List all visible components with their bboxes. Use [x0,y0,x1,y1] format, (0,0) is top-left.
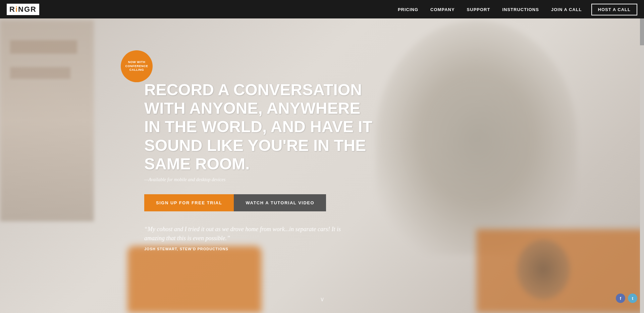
logo-r-letter: R [9,5,15,13]
navbar: RiNGR PRICING COMPANY SUPPORT INSTRUCTIO… [0,0,644,18]
nav-item-company[interactable]: COMPANY [424,6,461,12]
hero-headline: RECORD A CONVERSATION WITH ANYONE, ANYWH… [144,81,379,173]
hero-text-area: NOW WITH CONFERENCE CALLING RECORD A CON… [144,81,379,251]
nav-link-company[interactable]: COMPANY [424,7,461,12]
nav-links: PRICING COMPANY SUPPORT INSTRUCTIONS JOI… [392,6,637,12]
logo-box: RiNGR [7,4,39,15]
testimonial-author: JOSH STEWART, Stew’d Productions [144,247,379,251]
nav-link-join-call[interactable]: JOIN A CALL [545,7,588,12]
testimonial-quote: “My cohost and I tried it out as we drov… [144,225,356,243]
nav-link-pricing[interactable]: PRICING [392,7,424,12]
signup-button[interactable]: SIGN UP FOR FREE TRIAL [144,194,234,211]
scroll-indicator[interactable]: ∨ [320,296,324,303]
nav-item-join-call[interactable]: JOIN A CALL [545,6,588,12]
badge-text: NOW WITH CONFERENCE CALLING [125,60,148,72]
twitter-icon[interactable]: t [628,294,637,303]
logo-text: RiNGR [9,5,37,14]
nav-link-host-call[interactable]: HOST A CALL [591,4,637,15]
watch-video-button[interactable]: WATCH A TUTORIAL VIDEO [234,194,326,211]
scrollbar[interactable] [640,18,644,313]
nav-item-pricing[interactable]: PRICING [392,6,424,12]
logo-i-letter: i [15,5,18,13]
facebook-icon[interactable]: f [616,294,625,303]
nav-item-host-call[interactable]: HOST A CALL [588,6,637,12]
nav-item-support[interactable]: SUPPORT [461,6,496,12]
nav-link-instructions[interactable]: INSTRUCTIONS [496,7,545,12]
hero-subline: —Available for mobile and desktop device… [144,177,379,182]
nav-link-support[interactable]: SUPPORT [461,7,496,12]
scroll-arrow-icon: ∨ [320,296,324,303]
cta-buttons: SIGN UP FOR FREE TRIAL WATCH A TUTORIAL … [144,194,379,211]
hero-section: NOW WITH CONFERENCE CALLING RECORD A CON… [0,18,644,313]
social-icons: f t [616,294,637,303]
scrollbar-thumb[interactable] [640,18,644,45]
logo-area: RiNGR [7,4,39,15]
logo-rest: NGR [18,5,37,13]
conference-badge: NOW WITH CONFERENCE CALLING [121,50,153,82]
nav-item-instructions[interactable]: INSTRUCTIONS [496,6,545,12]
